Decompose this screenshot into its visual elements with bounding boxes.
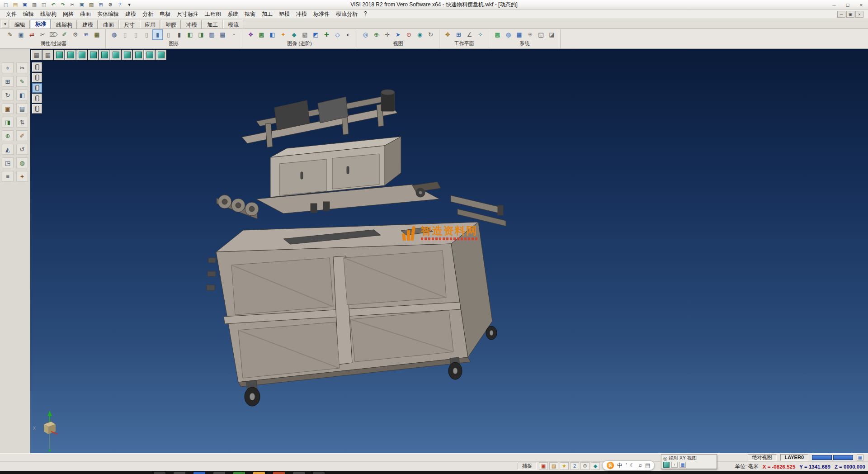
redo-icon[interactable]: ↷ [59,1,67,9]
menu-item-12[interactable]: 视窗 [241,9,259,19]
half-shade-icon[interactable]: ◧ [267,29,278,40]
view-axonometric-button[interactable] [54,50,65,60]
add-icon[interactable]: ⊕ [2,130,14,141]
new-file-icon[interactable]: ▢ [2,1,10,9]
profile-2-icon[interactable]: 2 [570,462,579,470]
workplane-grid-icon[interactable]: ⊞ [453,29,464,40]
copy-attributes-icon[interactable]: ▣ [16,29,26,40]
taskbar-item-1[interactable] [174,472,185,474]
wave-filter-icon[interactable]: ≋ [81,29,91,40]
cut-filter-icon[interactable]: ✂ [38,29,48,40]
snowflake-icon[interactable]: ✳ [525,29,535,40]
record-icon[interactable]: ▣ [539,462,548,470]
sphere-icon[interactable]: ◍ [16,157,28,168]
tab-曲面[interactable]: 曲面 [99,20,118,28]
monitor-icon[interactable]: ◱ [536,29,546,40]
highlight-icon[interactable]: ✦ [278,29,288,40]
grid-icon[interactable]: ⊞ [97,1,105,9]
grid-view-icon[interactable]: ▦ [679,462,686,468]
menu-item-5[interactable]: 实体编辑 [94,9,122,19]
trim-icon[interactable]: ✂ [16,62,28,73]
view-mode-label[interactable]: 绝对视图 [748,454,777,461]
close-button[interactable]: × [854,0,868,9]
machine-model-3d[interactable]: x [30,49,868,453]
viewport-layout-1-button[interactable]: ▦ [31,50,42,60]
taskbar-item-0[interactable] [154,472,165,474]
tab-尺寸[interactable]: 尺寸 [119,20,139,28]
attributes-icon[interactable]: ✎ [5,29,15,40]
mdi-close-button[interactable]: × [855,11,863,18]
preview-icon[interactable]: ◫ [40,1,48,9]
shade-bottom-icon[interactable]: ◨ [196,29,206,40]
up-arrow-icon[interactable]: ↑ [671,462,678,468]
tab-建模[interactable]: 建模 [78,20,98,28]
ime-item-0[interactable]: 中 [617,463,623,468]
workplane-align-icon[interactable]: ✧ [475,29,486,40]
render-shaded-button[interactable] [32,83,42,93]
tab-应用[interactable]: 应用 [140,20,160,28]
ime-item-3[interactable]: ♫ [638,463,642,468]
menu-item-11[interactable]: 系统 [224,9,241,19]
tab-冲模[interactable]: 冲模 [182,20,202,28]
erase-icon[interactable]: ⌦ [48,29,59,40]
menu-item-4[interactable]: 曲面 [77,9,94,19]
rotate-icon[interactable]: ↻ [2,90,14,100]
help-icon[interactable]: ? [116,1,124,9]
paint-icon[interactable]: ✐ [59,29,70,40]
tab-线架构[interactable]: 线架构 [52,20,77,28]
tab-标准[interactable]: 标准 [31,19,51,28]
mdi-minimize-button[interactable]: ─ [837,11,845,18]
tab-塑膜[interactable]: 塑膜 [161,20,181,28]
more-commands-icon[interactable]: ▾ [125,1,133,9]
view-front-button[interactable] [76,50,87,60]
pattern-icon[interactable]: ▧ [300,29,310,40]
cylinder-transparent-icon[interactable]: ▯ [163,29,174,40]
cylinder-shaded-edges-icon[interactable]: ▮ [152,29,163,40]
menu-item-15[interactable]: 冲模 [293,9,310,19]
undo-icon[interactable]: ↺ [16,144,28,155]
menu-item-6[interactable]: 建模 [122,9,139,19]
ime-item-2[interactable]: ☾ [630,463,635,468]
refresh-view-icon[interactable]: ↻ [425,29,436,40]
previous-view-icon[interactable]: ◉ [415,29,425,40]
zoom-all-icon[interactable]: ◎ [360,29,371,40]
ime-item-1[interactable]: ' [626,463,627,468]
zoom-target-icon[interactable]: ⊙ [404,29,414,40]
zoom-in-icon[interactable]: ⊕ [371,29,382,40]
taskbar-item-4[interactable] [233,472,245,474]
render-transparent-button[interactable] [32,104,42,114]
settings-small-icon[interactable]: ⚙ [580,462,590,470]
sketch-icon[interactable]: ✎ [16,76,28,87]
cylinder-solid-icon[interactable]: ▮ [174,29,184,40]
undo-icon[interactable]: ↶ [49,1,57,9]
view-orientation-overlay[interactable]: ◎ 绝对 XY 视图 ↑ ▦ [661,454,717,469]
menu-item-3[interactable]: 网格 [60,9,77,19]
swap-filter-icon[interactable]: ⇄ [27,29,37,40]
globe-icon[interactable]: ◍ [503,29,514,40]
half-shade-icon[interactable]: ◧ [16,90,28,100]
taskbar-item-8[interactable] [313,472,325,474]
list-icon[interactable]: ≡ [2,171,14,182]
solid-icon[interactable]: ▣ [2,103,14,114]
taskbar-item-5[interactable] [253,472,265,474]
layer-bar-2[interactable] [833,455,853,460]
corner-icon[interactable]: ◳ [2,157,14,168]
corner-shade-icon[interactable]: ◩ [311,29,321,40]
taskbar-item-6[interactable] [273,472,285,474]
filter-settings-icon[interactable]: ⚙ [70,29,80,40]
menu-item-18[interactable]: ? [361,9,370,19]
cylinder-wireframe-icon[interactable]: ▯ [120,29,130,40]
layers-icon[interactable]: ▤ [16,103,28,114]
view-iso-nw-button[interactable] [144,50,155,60]
menu-item-16[interactable]: 标准件 [310,9,333,19]
grid-toggle-icon[interactable]: ▦ [857,455,863,460]
open-file-icon[interactable]: ▤ [11,1,19,9]
table-icon[interactable]: ▦ [514,29,524,40]
menu-item-0[interactable]: 文件 [3,9,20,19]
half-square-icon[interactable]: ◪ [547,29,557,40]
menu-item-10[interactable]: 工程图 [202,9,224,19]
render-quality-icon[interactable]: ❖ [245,29,256,40]
ime-item-4[interactable]: ▤ [645,463,650,468]
hatch-vertical-icon[interactable]: ▥ [207,29,217,40]
layer-indicator[interactable]: LAYER0 [780,454,808,461]
